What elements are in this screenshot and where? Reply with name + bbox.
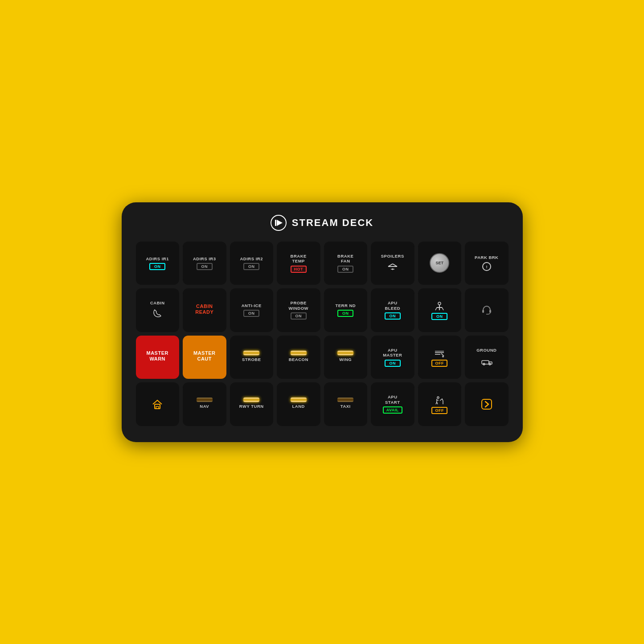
cabin-phone-icon [151,307,164,320]
svg-text:!: ! [486,265,487,269]
app-title: STREAM DECK [292,217,373,229]
brake-temp-status: HOT [291,266,307,273]
anti-ice-button[interactable]: ANTI-ICE ON [230,288,274,332]
nav-button[interactable]: NAV [183,382,226,426]
spoilers-button[interactable]: SPOILERS [371,242,414,285]
svg-point-28 [437,397,439,398]
deck-header: STREAM DECK [136,215,509,231]
adirs-ir2-status: ON [243,263,259,270]
home-icon [151,398,164,410]
terr-nd-status: ON [337,310,353,317]
apu-bleed-status: ON [385,312,401,320]
wing-button[interactable]: WING [324,336,368,379]
next-page-button[interactable] [465,382,509,426]
svg-rect-15 [482,310,484,313]
svg-point-21 [442,356,444,357]
cabin-button[interactable]: CABIN [136,288,180,332]
svg-marker-1 [277,220,283,226]
park-brk-button[interactable]: PARK BRK ! [465,242,509,285]
wing-light-icon [337,351,353,355]
svg-rect-2 [275,220,276,226]
stream-deck-device: STREAM DECK ADIRS IR1 ON ADIRS IR3 ON AD… [122,202,523,442]
set-knob: SET [430,253,449,273]
strobe-button[interactable]: STROBE [230,336,274,379]
svg-point-10 [438,302,441,305]
apu-master-status: ON [385,360,401,367]
ground-button[interactable]: GROUND [465,336,509,379]
smoke-det-status: OFF [431,360,447,367]
terr-nd-button[interactable]: TERR ND ON [324,288,368,332]
button-grid: ADIRS IR1 ON ADIRS IR3 ON ADIRS IR2 ON B… [136,242,509,426]
strobe-light-icon [243,351,259,355]
master-caut-button[interactable]: MASTERCAUT [183,336,226,379]
brake-temp-button[interactable]: BRAKETEMP HOT [277,242,320,285]
home-button[interactable] [136,382,180,426]
taxi-light-icon [337,398,353,402]
probe-window-button[interactable]: PROBEWINDOW ON [277,288,320,332]
stream-deck-logo-icon [271,215,287,231]
svg-rect-27 [156,406,159,409]
beacon-button[interactable]: BEACON [277,336,320,379]
adirs-ir3-button[interactable]: ADIRS IR3 ON [183,242,226,285]
ground-truck-icon [480,354,493,367]
apu-bleed-button[interactable]: APUBLEED ON [371,288,414,332]
apu-start-button[interactable]: APUSTART AVAIL [371,382,414,426]
svg-rect-16 [489,310,491,313]
adirs-ir2-button[interactable]: ADIRS IR2 ON [230,242,274,285]
land-light-icon [291,398,307,402]
svg-rect-22 [482,361,489,364]
svg-rect-30 [482,399,492,409]
svg-line-14 [442,308,443,310]
probe-window-status: ON [291,312,307,320]
cabin-ready-button[interactable]: CABINREADY [183,288,226,332]
exit-sign-button[interactable]: OFF [418,382,462,426]
brake-fan-status: ON [337,266,353,273]
headset-button[interactable] [465,288,509,332]
exit-sign-icon [433,394,446,407]
svg-line-20 [441,353,444,356]
seatbelt-button[interactable]: ON [418,288,462,332]
seatbelt-status: ON [431,313,447,320]
brake-fan-button[interactable]: BRAKEFAN ON [324,242,368,285]
master-warn-button[interactable]: MASTERWARN [136,336,180,379]
seatbelt-icon [433,300,446,313]
taxi-button[interactable]: TAXI [324,382,368,426]
smoke-det-button[interactable]: OFF [418,336,462,379]
rwy-turn-light-icon [243,398,259,402]
chevron-right-icon [480,398,493,410]
park-brk-icon: ! [482,262,492,271]
adirs-ir1-button[interactable]: ADIRS IR1 ON [136,242,180,285]
rwy-turn-button[interactable]: RWY TURN [230,382,274,426]
adirs-ir1-status: ON [149,263,165,270]
nav-light-icon [197,398,213,402]
beacon-light-icon [291,351,307,355]
smoke-det-icon [433,347,446,360]
set-knob-button[interactable]: SET [418,242,462,285]
anti-ice-status: ON [243,310,259,317]
spoilers-icon [386,260,399,273]
land-button[interactable]: LAND [277,382,320,426]
adirs-ir3-status: ON [197,263,213,270]
svg-line-13 [435,308,437,310]
apu-master-button[interactable]: APUMASTER ON [371,336,414,379]
exit-sign-status: OFF [431,407,447,414]
headset-icon [480,304,493,316]
apu-start-status: AVAIL [383,406,402,414]
